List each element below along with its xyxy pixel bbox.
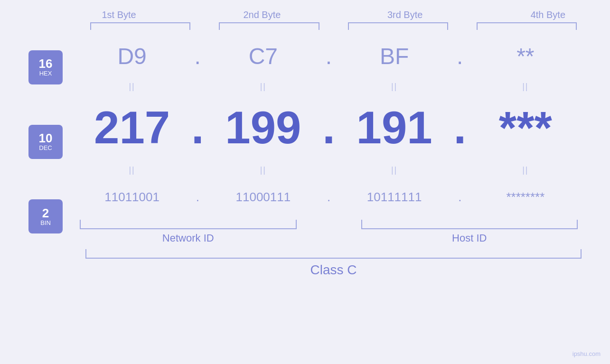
eq2-b1: || <box>76 164 188 175</box>
byte4-header: 4th Byte <box>486 9 610 20</box>
main-area: 16 HEX 10 DEC 2 BIN D9 . C7 . BF . ** <box>28 35 582 244</box>
hex-b1: D9 <box>76 43 188 69</box>
class-label: Class C <box>85 262 582 278</box>
bin-b4: ******** <box>469 190 582 205</box>
class-area: Class C <box>85 249 582 278</box>
bin-dot1: . <box>188 190 207 205</box>
eq2-b3: || <box>338 164 450 175</box>
byte1-header: 1st Byte <box>57 9 181 20</box>
bin-row: 11011001 . 11000111 . 10111111 . *******… <box>76 178 582 216</box>
network-id-label: Network ID <box>76 232 300 244</box>
top-brackets <box>85 22 582 30</box>
bin-b2: 11000111 <box>207 190 319 205</box>
host-bracket <box>361 220 578 229</box>
eq2-b4: || <box>469 164 582 175</box>
hex-row: D9 . C7 . BF . ** <box>76 35 582 77</box>
byte2-header: 2nd Byte <box>200 9 324 20</box>
host-id-label: Host ID <box>357 232 582 244</box>
network-host-labels: Network ID Host ID <box>76 232 582 244</box>
dec-b1: 217 <box>76 102 188 154</box>
bracket-byte1 <box>90 22 190 30</box>
hex-dot3: . <box>450 43 469 69</box>
bracket-byte4 <box>477 22 577 30</box>
values-grid: D9 . C7 . BF . ** || || || || 217 <box>76 35 582 244</box>
dec-b3: 191 <box>338 102 450 154</box>
equals-row-1: || || || || <box>76 77 582 94</box>
bin-b1: 11011001 <box>76 190 188 205</box>
byte-headers: 1st Byte 2nd Byte 3rd Byte 4th Byte <box>57 9 610 20</box>
dec-dot2: . <box>319 102 338 154</box>
equals-row-2: || || || || <box>76 161 582 178</box>
hex-dot1: . <box>188 43 207 69</box>
byte3-header: 3rd Byte <box>343 9 467 20</box>
bin-dot3: . <box>450 190 469 205</box>
dec-b2: 199 <box>207 102 319 154</box>
eq1-b4: || <box>469 81 582 92</box>
bracket-byte3 <box>348 22 448 30</box>
bin-dot2: . <box>319 190 338 205</box>
hex-badge: 16 HEX <box>28 50 63 84</box>
eq1-b1: || <box>76 81 188 92</box>
watermark: ipshu.com <box>572 350 601 357</box>
dec-row: 217 . 199 . 191 . *** <box>76 94 582 161</box>
bases-column: 16 HEX 10 DEC 2 BIN <box>28 35 76 244</box>
class-bracket <box>85 249 582 259</box>
network-bracket <box>80 220 297 229</box>
bracket-byte2 <box>219 22 319 30</box>
hex-b3: BF <box>338 43 450 69</box>
hex-b4: ** <box>469 43 582 69</box>
eq1-b3: || <box>338 81 450 92</box>
eq1-b2: || <box>207 81 319 92</box>
dec-b4: *** <box>469 102 582 154</box>
eq2-b2: || <box>207 164 319 175</box>
hex-dot2: . <box>319 43 338 69</box>
network-host-brackets <box>76 220 582 229</box>
hex-b2: C7 <box>207 43 319 69</box>
dec-dot1: . <box>188 102 207 154</box>
dec-dot3: . <box>450 102 469 154</box>
main-container: 1st Byte 2nd Byte 3rd Byte 4th Byte 16 H… <box>0 0 610 364</box>
bin-b3: 10111111 <box>338 190 450 205</box>
bin-badge: 2 BIN <box>28 199 63 233</box>
dec-badge: 10 DEC <box>28 125 63 159</box>
